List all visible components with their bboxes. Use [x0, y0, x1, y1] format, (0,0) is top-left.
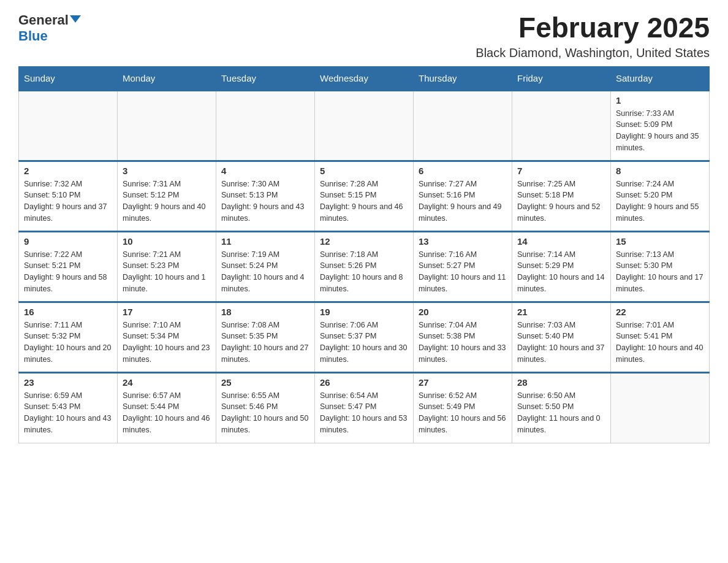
day-info: Sunrise: 6:54 AMSunset: 5:47 PMDaylight:… — [320, 390, 408, 436]
calendar-week-row: 16Sunrise: 7:11 AMSunset: 5:32 PMDayligh… — [19, 302, 710, 372]
calendar-cell: 16Sunrise: 7:11 AMSunset: 5:32 PMDayligh… — [19, 302, 118, 372]
calendar-cell: 21Sunrise: 7:03 AMSunset: 5:40 PMDayligh… — [512, 302, 611, 372]
calendar-cell — [512, 90, 611, 161]
day-number: 8 — [616, 166, 704, 176]
day-number: 12 — [320, 236, 408, 247]
day-info: Sunrise: 6:50 AMSunset: 5:50 PMDaylight:… — [517, 390, 605, 436]
day-number: 19 — [320, 307, 408, 317]
calendar-cell: 11Sunrise: 7:19 AMSunset: 5:24 PMDayligh… — [216, 231, 315, 302]
day-info: Sunrise: 6:55 AMSunset: 5:46 PMDaylight:… — [221, 390, 309, 436]
day-number: 13 — [419, 236, 507, 247]
day-number: 6 — [419, 166, 507, 176]
day-info: Sunrise: 7:31 AMSunset: 5:12 PMDaylight:… — [123, 178, 211, 224]
calendar-cell: 18Sunrise: 7:08 AMSunset: 5:35 PMDayligh… — [216, 302, 315, 372]
month-title: February 2025 — [476, 12, 710, 44]
calendar-cell — [19, 90, 118, 161]
day-info: Sunrise: 7:28 AMSunset: 5:15 PMDaylight:… — [320, 178, 408, 224]
day-info: Sunrise: 7:27 AMSunset: 5:16 PMDaylight:… — [419, 178, 507, 224]
day-info: Sunrise: 7:06 AMSunset: 5:37 PMDaylight:… — [320, 320, 408, 366]
calendar-cell — [315, 90, 414, 161]
day-number: 27 — [419, 377, 507, 388]
calendar-cell: 1Sunrise: 7:33 AMSunset: 5:09 PMDaylight… — [611, 90, 710, 161]
day-number: 26 — [320, 377, 408, 388]
day-number: 2 — [24, 166, 112, 176]
calendar-cell: 3Sunrise: 7:31 AMSunset: 5:12 PMDaylight… — [118, 161, 216, 231]
day-number: 10 — [123, 236, 211, 247]
day-info: Sunrise: 7:30 AMSunset: 5:13 PMDaylight:… — [221, 178, 309, 224]
day-number: 16 — [24, 307, 112, 317]
calendar-cell: 2Sunrise: 7:32 AMSunset: 5:10 PMDaylight… — [19, 161, 118, 231]
day-info: Sunrise: 7:01 AMSunset: 5:41 PMDaylight:… — [616, 320, 704, 366]
day-info: Sunrise: 7:04 AMSunset: 5:38 PMDaylight:… — [419, 320, 507, 366]
day-info: Sunrise: 7:03 AMSunset: 5:40 PMDaylight:… — [517, 320, 605, 366]
calendar-cell: 23Sunrise: 6:59 AMSunset: 5:43 PMDayligh… — [19, 372, 118, 443]
calendar-cell: 6Sunrise: 7:27 AMSunset: 5:16 PMDaylight… — [414, 161, 512, 231]
day-number: 15 — [616, 236, 704, 247]
day-info: Sunrise: 7:22 AMSunset: 5:21 PMDaylight:… — [24, 249, 112, 295]
day-info: Sunrise: 7:13 AMSunset: 5:30 PMDaylight:… — [616, 249, 704, 295]
day-number: 20 — [419, 307, 507, 317]
page-header: General Blue February 2025 Black Diamond… — [18, 12, 710, 60]
day-number: 21 — [517, 307, 605, 317]
weekday-header: Sunday — [19, 66, 118, 90]
calendar-week-row: 1Sunrise: 7:33 AMSunset: 5:09 PMDaylight… — [19, 90, 710, 161]
title-area: February 2025 Black Diamond, Washington,… — [476, 12, 710, 60]
day-info: Sunrise: 7:24 AMSunset: 5:20 PMDaylight:… — [616, 178, 704, 224]
weekday-header: Thursday — [414, 66, 512, 90]
day-number: 22 — [616, 307, 704, 317]
calendar-cell: 24Sunrise: 6:57 AMSunset: 5:44 PMDayligh… — [118, 372, 216, 443]
day-info: Sunrise: 7:11 AMSunset: 5:32 PMDaylight:… — [24, 320, 112, 366]
logo-top: General — [18, 12, 81, 28]
calendar-cell: 10Sunrise: 7:21 AMSunset: 5:23 PMDayligh… — [118, 231, 216, 302]
calendar-cell: 12Sunrise: 7:18 AMSunset: 5:26 PMDayligh… — [315, 231, 414, 302]
logo: General Blue — [18, 12, 81, 44]
day-number: 14 — [517, 236, 605, 247]
weekday-header: Wednesday — [315, 66, 414, 90]
calendar-cell: 26Sunrise: 6:54 AMSunset: 5:47 PMDayligh… — [315, 372, 414, 443]
day-number: 24 — [123, 377, 211, 388]
calendar-cell: 8Sunrise: 7:24 AMSunset: 5:20 PMDaylight… — [611, 161, 710, 231]
day-number: 5 — [320, 166, 408, 176]
calendar-cell: 13Sunrise: 7:16 AMSunset: 5:27 PMDayligh… — [414, 231, 512, 302]
calendar-table: SundayMondayTuesdayWednesdayThursdayFrid… — [18, 66, 710, 443]
day-number: 4 — [221, 166, 309, 176]
day-number: 11 — [221, 236, 309, 247]
day-number: 7 — [517, 166, 605, 176]
calendar-cell: 15Sunrise: 7:13 AMSunset: 5:30 PMDayligh… — [611, 231, 710, 302]
calendar-cell — [216, 90, 315, 161]
weekday-header: Saturday — [611, 66, 710, 90]
day-number: 1 — [616, 95, 704, 105]
calendar-cell — [414, 90, 512, 161]
calendar-cell — [118, 90, 216, 161]
day-info: Sunrise: 7:25 AMSunset: 5:18 PMDaylight:… — [517, 178, 605, 224]
day-info: Sunrise: 7:14 AMSunset: 5:29 PMDaylight:… — [517, 249, 605, 295]
calendar-week-row: 2Sunrise: 7:32 AMSunset: 5:10 PMDaylight… — [19, 161, 710, 231]
logo-general-text: General — [18, 12, 69, 28]
day-info: Sunrise: 7:32 AMSunset: 5:10 PMDaylight:… — [24, 178, 112, 224]
weekday-header: Monday — [118, 66, 216, 90]
calendar-cell: 9Sunrise: 7:22 AMSunset: 5:21 PMDaylight… — [19, 231, 118, 302]
day-info: Sunrise: 7:10 AMSunset: 5:34 PMDaylight:… — [123, 320, 211, 366]
calendar-cell: 19Sunrise: 7:06 AMSunset: 5:37 PMDayligh… — [315, 302, 414, 372]
calendar-cell: 4Sunrise: 7:30 AMSunset: 5:13 PMDaylight… — [216, 161, 315, 231]
calendar-cell: 20Sunrise: 7:04 AMSunset: 5:38 PMDayligh… — [414, 302, 512, 372]
day-number: 9 — [24, 236, 112, 247]
calendar-week-row: 23Sunrise: 6:59 AMSunset: 5:43 PMDayligh… — [19, 372, 710, 443]
day-info: Sunrise: 6:52 AMSunset: 5:49 PMDaylight:… — [419, 390, 507, 436]
location-title: Black Diamond, Washington, United States — [476, 46, 710, 60]
day-info: Sunrise: 7:33 AMSunset: 5:09 PMDaylight:… — [616, 108, 704, 154]
calendar-cell: 27Sunrise: 6:52 AMSunset: 5:49 PMDayligh… — [414, 372, 512, 443]
calendar-cell: 28Sunrise: 6:50 AMSunset: 5:50 PMDayligh… — [512, 372, 611, 443]
day-info: Sunrise: 7:19 AMSunset: 5:24 PMDaylight:… — [221, 249, 309, 295]
day-number: 25 — [221, 377, 309, 388]
calendar-body: 1Sunrise: 7:33 AMSunset: 5:09 PMDaylight… — [19, 90, 710, 443]
calendar-cell: 17Sunrise: 7:10 AMSunset: 5:34 PMDayligh… — [118, 302, 216, 372]
calendar-week-row: 9Sunrise: 7:22 AMSunset: 5:21 PMDaylight… — [19, 231, 710, 302]
day-info: Sunrise: 7:18 AMSunset: 5:26 PMDaylight:… — [320, 249, 408, 295]
day-info: Sunrise: 6:57 AMSunset: 5:44 PMDaylight:… — [123, 390, 211, 436]
day-info: Sunrise: 7:21 AMSunset: 5:23 PMDaylight:… — [123, 249, 211, 295]
day-number: 28 — [517, 377, 605, 388]
calendar-cell — [611, 372, 710, 443]
calendar-cell: 5Sunrise: 7:28 AMSunset: 5:15 PMDaylight… — [315, 161, 414, 231]
logo-blue-text: Blue — [18, 28, 48, 44]
